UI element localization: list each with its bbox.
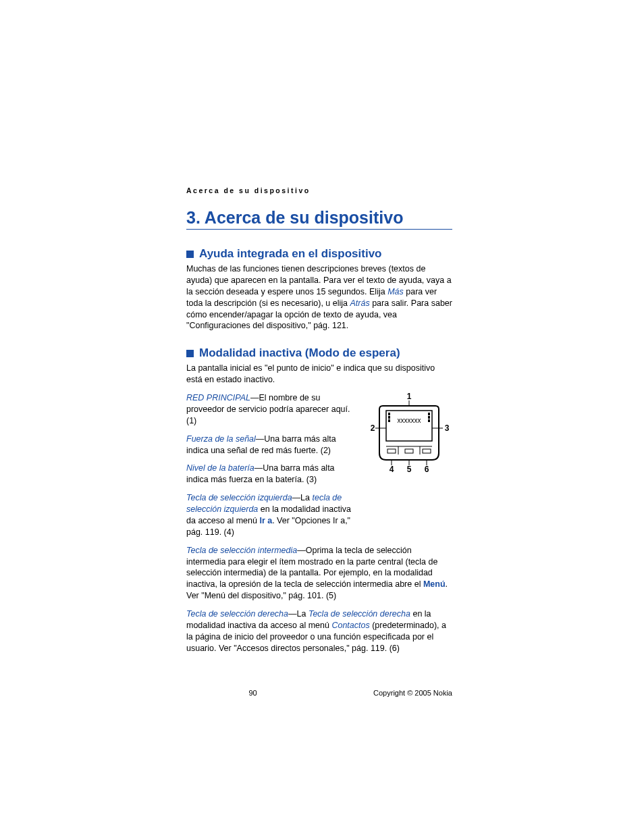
chapter-title: 3. Acerca de su dispositivo <box>186 208 452 230</box>
link-atras[interactable]: Atrás <box>350 298 369 308</box>
diagram-screen-text: xxxxxxx <box>398 417 421 424</box>
item-tecla-izquierda: Tecla de selección izquierda—La tecla de… <box>186 492 358 538</box>
section1-paragraph: Muchas de las funciones tienen descripci… <box>186 263 452 332</box>
link-contactos[interactable]: Contactos <box>331 621 369 630</box>
item-red-principal: RED PRINCIPAL—El nombre de su proveedor … <box>186 392 358 427</box>
svg-rect-15 <box>423 449 431 453</box>
term-tecla-intermedia: Tecla de selección intermedia <box>186 546 297 555</box>
svg-rect-1 <box>386 411 432 441</box>
item-tecla-intermedia: Tecla de selección intermedia—Oprima la … <box>186 545 452 602</box>
section-heading-ayuda: Ayuda integrada en el dispositivo <box>186 247 452 261</box>
bold-ir-a: Ir a <box>259 516 272 525</box>
section-heading-text: Ayuda integrada en el dispositivo <box>199 247 381 261</box>
item-nivel-bateria: Nivel de la batería—Una barra más alta i… <box>186 463 358 486</box>
svg-rect-13 <box>387 449 396 453</box>
diagram-label-1: 1 <box>407 392 412 401</box>
text-fragment: —La <box>288 609 308 619</box>
section-heading-modalidad: Modalidad inactiva (Modo de espera) <box>186 346 452 360</box>
term-tecla-izquierda: Tecla de selección izquierda <box>186 493 292 502</box>
running-header: Acerca de su dispositivo <box>186 186 452 194</box>
svg-rect-5 <box>428 413 430 415</box>
svg-rect-3 <box>388 416 390 419</box>
svg-rect-7 <box>428 419 430 422</box>
square-bullet-icon <box>186 251 194 258</box>
term-nivel-bateria: Nivel de la batería <box>186 463 254 473</box>
link-tecla-derecha[interactable]: Tecla de selección derecha <box>308 609 410 619</box>
term-tecla-derecha: Tecla de selección derecha <box>186 609 288 619</box>
diagram-label-6: 6 <box>425 465 429 474</box>
bold-menu: Menú <box>423 579 446 589</box>
text-fragment: —La <box>292 493 313 502</box>
item-fuerza-senal: Fuerza de la señal—Una barra más alta in… <box>186 434 358 457</box>
term-fuerza-senal: Fuerza de la señal <box>186 434 256 444</box>
link-mas[interactable]: Más <box>387 287 404 296</box>
svg-rect-2 <box>388 413 390 415</box>
page-number: 90 <box>186 689 319 697</box>
diagram-label-3: 3 <box>445 423 450 433</box>
svg-rect-6 <box>428 416 430 419</box>
square-bullet-icon <box>186 350 194 357</box>
svg-rect-14 <box>405 449 413 453</box>
diagram-label-4: 4 <box>390 465 394 474</box>
copyright-text: Copyright © 2005 Nokia <box>319 689 452 697</box>
item-tecla-derecha: Tecla de selección derecha—La Tecla de s… <box>186 608 452 654</box>
device-diagram: 1 xxxxxxx 2 <box>366 392 452 480</box>
page-footer: 90 Copyright © 2005 Nokia <box>186 689 452 697</box>
svg-rect-4 <box>388 419 390 422</box>
section-heading-text: Modalidad inactiva (Modo de espera) <box>199 346 400 360</box>
term-red-principal: RED PRINCIPAL <box>186 393 250 402</box>
diagram-label-5: 5 <box>407 465 412 474</box>
diagram-label-2: 2 <box>371 423 375 433</box>
section2-intro: La pantalla inicial es "el punto de inic… <box>186 363 452 386</box>
